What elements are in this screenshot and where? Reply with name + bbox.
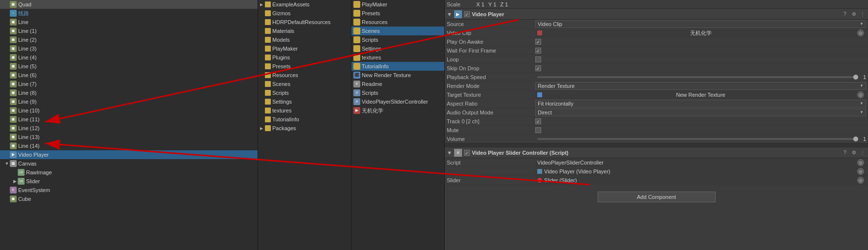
hierarchy-item-line0[interactable]: ~线路 (0, 9, 258, 18)
vp-dropdown-7[interactable]: Render Texture▼ (535, 82, 866, 90)
project-left-item-3[interactable]: Materials (258, 27, 351, 35)
project-right-item-3[interactable]: Scenes (351, 27, 444, 35)
tree-icon-canvas: ▦ (10, 160, 17, 167)
sc-field-1: Video Player (Video Player)◎ (445, 167, 868, 176)
hierarchy-item-videoplayer[interactable]: ▶Video Player (0, 150, 258, 159)
vp-checkbox-3[interactable] (535, 48, 541, 54)
project-left-item-8[interactable]: Resources (258, 71, 351, 80)
hierarchy-item-line12[interactable]: ▣Line (12) (0, 124, 258, 133)
project-right-item-5[interactable]: Settings (351, 44, 444, 53)
hierarchy-item-line1[interactable]: ▣Line (1) (0, 27, 258, 35)
vp-dropdown-9[interactable]: Fit Horizontally▼ (535, 100, 866, 108)
project-left-item-0[interactable]: ▶ExampleAssets (258, 0, 351, 9)
project-left-label: Scripts (272, 90, 289, 96)
video-player-enabled-checkbox[interactable] (464, 11, 470, 17)
add-component-button[interactable]: Add Component (598, 192, 716, 202)
project-left-item-9[interactable]: Scenes (258, 80, 351, 88)
project-left-item-1[interactable]: Gizmos (258, 9, 351, 18)
project-right-item-12[interactable]: ▶无机化学 (351, 106, 444, 115)
project-right-item-7[interactable]: TutorialInfo (351, 62, 444, 71)
hierarchy-item-line7[interactable]: ▣Line (7) (0, 80, 258, 88)
sc-object-picker-button-2[interactable]: ◎ (857, 177, 864, 184)
folder-icon (265, 55, 271, 60)
hierarchy-item-eventsystem[interactable]: EEventSystem (0, 186, 258, 194)
vp-checkbox-2[interactable] (535, 39, 541, 45)
hierarchy-item-rawimage[interactable]: UIRawImage (0, 168, 258, 177)
project-right-item-10[interactable]: #Scripts (351, 88, 444, 97)
vp-slider-13[interactable]: 1 (535, 136, 866, 142)
object-picker-button[interactable]: ◎ (857, 29, 864, 36)
hierarchy-item-line2[interactable]: ▣Line (2) (0, 35, 258, 44)
project-panel: ▶ExampleAssetsGizmosHDRPDefaultResources… (258, 0, 445, 250)
tree-label-eventsystem: EventSystem (18, 187, 50, 193)
project-left-item-13[interactable]: TutorialInfo (258, 115, 351, 124)
vp-slider-6[interactable]: 1 (535, 74, 866, 80)
folder-icon (265, 28, 271, 34)
tree-icon-slider: UI (18, 178, 25, 185)
hierarchy-item-line13[interactable]: ▣Line (13) (0, 133, 258, 141)
hierarchy-item-line6[interactable]: ▣Line (6) (0, 71, 258, 80)
tree-icon-cube: ▣ (10, 195, 17, 202)
project-left-item-4[interactable]: Models (258, 35, 351, 44)
overflow-icon[interactable]: ⋮ (859, 11, 866, 18)
tree-label-line12: Line (12) (18, 125, 39, 131)
project-left-item-12[interactable]: textures (258, 106, 351, 115)
project-right-item-9[interactable]: ≡Readme (351, 80, 444, 88)
project-left-label: Packages (272, 125, 296, 131)
vp-checkbox-5[interactable] (535, 65, 541, 71)
help-icon[interactable]: ? (841, 11, 848, 18)
hierarchy-item-line9[interactable]: ▣Line (9) (0, 97, 258, 106)
hierarchy-item-line14[interactable]: ▣Line (14) (0, 141, 258, 150)
settings-icon[interactable]: ⚙ (850, 11, 857, 18)
vp-dropdown-0[interactable]: Video Clip▼ (535, 20, 866, 28)
project-right-item-1[interactable]: Presets (351, 9, 444, 18)
project-left-item-14[interactable]: ▶Packages (258, 124, 351, 133)
project-right-item-6[interactable]: textures (351, 53, 444, 62)
project-left-item-7[interactable]: Presets (258, 62, 351, 71)
vp-checkbox-11[interactable] (535, 118, 541, 124)
vp-dropdown-10[interactable]: Direct▼ (535, 109, 866, 116)
project-left-label: Models (272, 37, 289, 43)
project-right-icon (353, 19, 360, 26)
hierarchy-item-line3[interactable]: ▣Line (3) (0, 44, 258, 53)
sc-object-picker-button-0[interactable]: ◎ (857, 159, 864, 166)
project-right-item-0[interactable]: PlayMaker (351, 0, 444, 9)
vp-checkbox-4[interactable] (535, 56, 541, 62)
sc-overflow-icon[interactable]: ⋮ (859, 149, 866, 156)
project-right-item-4[interactable]: Scripts (351, 35, 444, 44)
hierarchy-item-line11[interactable]: ▣Line (11) (0, 115, 258, 124)
hierarchy-item-cube[interactable]: ▣Cube (0, 194, 258, 203)
vp-field-label-12: Mute (447, 127, 535, 133)
hierarchy-item-line8[interactable]: ▣Line (8) (0, 88, 258, 97)
vp-checkbox-12[interactable] (535, 127, 541, 133)
project-right-label: PlayMaker (362, 1, 387, 7)
tree-icon-line0: ~ (10, 10, 17, 17)
hierarchy-item-line5[interactable]: ▣Line (5) (0, 62, 258, 71)
section-divider (445, 143, 868, 147)
hierarchy-item-line4[interactable]: ▣Line (4) (0, 53, 258, 62)
project-left-item-6[interactable]: Plugins (258, 53, 351, 62)
folder-icon (265, 1, 271, 7)
hierarchy-item-slider[interactable]: ▶UISlider (0, 177, 258, 186)
project-left-item-11[interactable]: Settings (258, 97, 351, 106)
sc-object-picker-button-1[interactable]: ◎ (857, 168, 864, 175)
folder-icon (265, 19, 271, 25)
project-left-item-2[interactable]: HDRPDefaultResources (258, 18, 351, 27)
sc-settings-icon[interactable]: ⚙ (850, 149, 857, 156)
project-left-item-5[interactable]: PlayMaker (258, 44, 351, 53)
tree-label-slider: Slider (26, 178, 40, 184)
project-right-item-8[interactable]: ⬛New Render Texture (351, 71, 444, 80)
project-right-item-11[interactable]: #VideoPlayerSliderController (351, 97, 444, 106)
tree-icon-line11: ▣ (10, 116, 17, 123)
slider-controller-enabled-checkbox[interactable] (464, 150, 470, 156)
project-right-icon (353, 45, 360, 52)
hierarchy-item-quad[interactable]: ▣Quad (0, 0, 258, 9)
project-right-item-2[interactable]: Resources (351, 18, 444, 27)
project-left-item-10[interactable]: Scripts (258, 88, 351, 97)
hierarchy-item-line10[interactable]: ▣Line (10) (0, 106, 258, 115)
project-left-label: TutorialInfo (272, 116, 299, 122)
hierarchy-item-canvas[interactable]: ▼▦Canvas (0, 159, 258, 168)
sc-help-icon[interactable]: ? (841, 149, 848, 156)
hierarchy-item-line[interactable]: ▣Line (0, 18, 258, 27)
object-picker-button[interactable]: ◎ (857, 91, 864, 98)
